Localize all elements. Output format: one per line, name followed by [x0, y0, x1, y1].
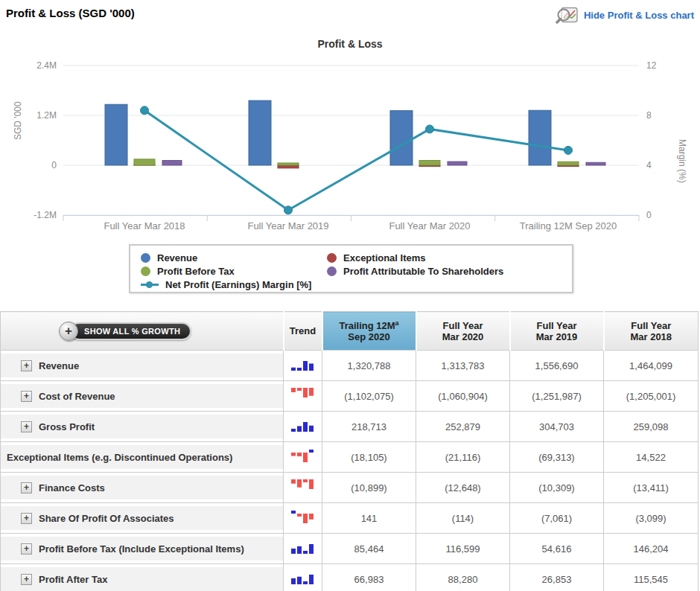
expand-icon[interactable]: + [21, 513, 32, 524]
category-label: Full Year Mar 2019 [247, 220, 328, 231]
expand-icon[interactable]: + [21, 360, 32, 371]
column-header-fy-mar-2018: Full Year Mar 2018 [604, 312, 699, 351]
trend-sparkline [290, 454, 316, 467]
bar-3-3 [586, 162, 605, 165]
plus-icon: + [59, 322, 78, 341]
page-header: Profit & Loss (SGD '000) Hide Profit & L… [0, 0, 700, 30]
right-axis-tick: 4 [646, 160, 652, 170]
trend-sparkline [290, 424, 316, 436]
table-row-cost-of-revenue: +Cost of Revenue (1,102,075) (1,060,904)… [1, 381, 699, 412]
bar-0-3 [529, 110, 551, 165]
bar-2-2 [419, 160, 440, 165]
show-all-growth-button[interactable]: SHOW ALL % GROWTH [70, 322, 191, 340]
expand-icon[interactable]: + [21, 421, 32, 432]
bar-1-1 [278, 165, 299, 168]
left-axis-tick: 2.4M [36, 60, 57, 71]
bar-0-2 [390, 111, 413, 165]
trend-sparkline [290, 576, 316, 589]
category-label: Trailing 12M Sep 2020 [520, 220, 617, 231]
legend-item-profit-attributable: Profit Attributable To Shareholders [327, 264, 503, 278]
attributable-marker-icon [327, 266, 337, 276]
legend-item-net-margin: Net Profit (Earnings) Margin [%] [141, 278, 327, 291]
right-axis-tick: 12 [646, 60, 657, 71]
margin-point [141, 106, 149, 115]
right-axis-label: Margin (%) [677, 139, 687, 183]
financials-table: + SHOW ALL % GROWTH Trend Trailing 12Ma … [0, 311, 699, 591]
bar-3-2 [448, 162, 467, 165]
legend-item-profit-before-tax: Profit Before Tax [141, 264, 327, 278]
bar-0-0 [105, 104, 127, 165]
left-axis-label: SGD '000 [13, 101, 23, 140]
trend-column-header: Trend [284, 312, 322, 351]
margin-point [426, 125, 434, 133]
trend-sparkline [290, 393, 316, 406]
expand-icon[interactable]: + [21, 543, 32, 555]
legend-item-exceptional-items: Exceptional Items [327, 251, 503, 264]
trend-sparkline [290, 515, 316, 528]
pbt-marker-icon [141, 266, 150, 276]
margin-line [144, 110, 568, 210]
right-axis-tick: 0 [646, 210, 652, 220]
hide-chart-link-label: Hide Profit & Loss chart [584, 10, 694, 21]
chart-title: Profit & Loss [317, 38, 382, 50]
table-row-share-of-profit-of-associates: +Share Of Profit Of Associates 141 (114)… [1, 503, 699, 534]
table-header-row: + SHOW ALL % GROWTH Trend Trailing 12Ma … [1, 312, 699, 351]
bar-2-3 [558, 162, 579, 165]
exceptional-marker-icon [327, 253, 337, 263]
trend-sparkline [290, 485, 316, 497]
left-axis-tick: 0 [51, 160, 57, 170]
chart-section: Profit & Loss2.4M1.2M0-1.2M12840SGD '000… [0, 30, 700, 311]
table-row-exceptional-items: Exceptional Items (e.g. Discontinued Ope… [1, 442, 699, 473]
expand-icon[interactable]: + [21, 574, 32, 585]
margin-point [284, 206, 293, 214]
column-header-fy-mar-2020: Full Year Mar 2020 [416, 312, 510, 351]
chart-magnifier-icon [556, 7, 579, 24]
margin-line-marker-icon [141, 284, 159, 286]
left-axis-tick: 1.2M [36, 110, 57, 121]
bar-0-1 [249, 100, 271, 165]
table-row-finance-costs: +Finance Costs (10,899) (12,648) (10,309… [1, 473, 699, 503]
bar-3-0 [162, 161, 182, 165]
revenue-marker-icon [141, 253, 150, 263]
column-header-fy-mar-2019: Full Year Mar 2019 [510, 312, 604, 351]
expand-icon[interactable]: + [21, 482, 32, 493]
trend-sparkline [290, 362, 316, 375]
bar-2-1 [278, 163, 299, 165]
table-row-gross-profit: +Gross Profit 218,713 252,879 304,703 25… [1, 412, 699, 442]
growth-header-cell: + SHOW ALL % GROWTH [1, 312, 284, 351]
left-axis-tick: -1.2M [34, 210, 57, 220]
trend-sparkline [290, 546, 316, 558]
table-row-profit-before-tax: +Profit Before Tax (Include Exceptional … [1, 534, 699, 564]
legend-item-revenue: Revenue [141, 251, 327, 264]
expand-icon[interactable]: + [21, 391, 32, 402]
column-header-trailing-12m: Trailing 12Ma Sep 2020 [322, 312, 416, 351]
margin-point [564, 146, 573, 154]
chart-legend: Revenue Profit Before Tax Net Profit (Ea… [129, 244, 573, 293]
right-axis-tick: 8 [646, 110, 652, 121]
bar-2-0 [134, 159, 155, 165]
profit-loss-chart: Profit & Loss2.4M1.2M0-1.2M12840SGD '000… [0, 30, 700, 246]
hide-chart-link[interactable]: Hide Profit & Loss chart [556, 7, 694, 24]
table-row-revenue: +Revenue 1,320,788 1,313,783 1,556,690 1… [1, 351, 699, 381]
table-row-profit-after-tax: +Profit After Tax 66,983 88,280 26,853 1… [1, 564, 699, 591]
category-label: Full Year Mar 2020 [389, 220, 470, 231]
category-label: Full Year Mar 2018 [104, 220, 185, 231]
page-title: Profit & Loss (SGD '000) [6, 7, 135, 19]
